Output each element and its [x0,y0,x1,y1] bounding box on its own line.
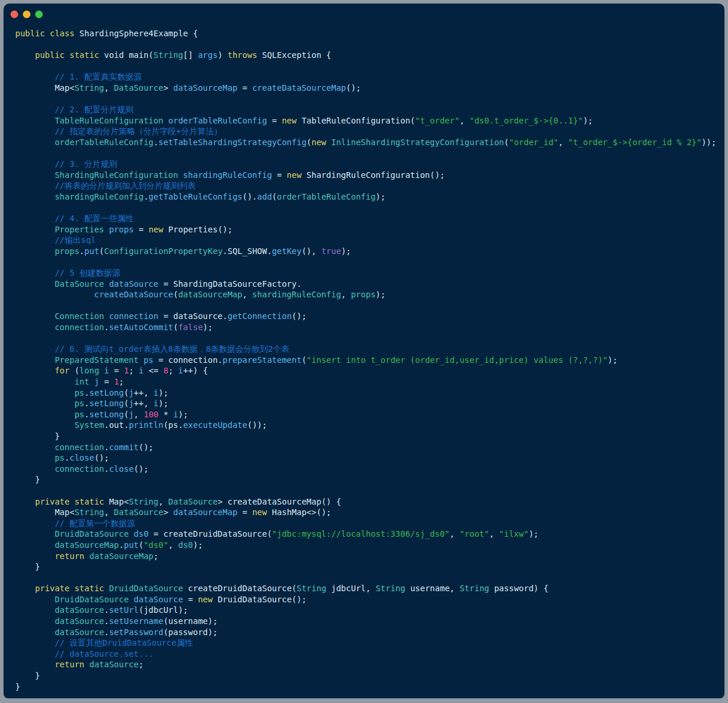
code-token: ds0 [178,540,193,550]
code-line: //将表的分片规则加入到分片规则列表 [15,180,724,191]
code-line: } [15,561,724,572]
code-token: setAutoCommit [109,323,173,332]
code-token [70,584,74,593]
code-token [15,399,74,408]
code-token: TableRuleConfiguration [54,116,163,125]
code-token: ( [173,290,178,299]
code-token: ); [375,290,385,299]
code-token: String [375,584,405,593]
code-token: String [297,584,327,593]
code-token: public [15,29,45,38]
code-token: true [322,246,341,256]
code-token: shardingRuleConfig [252,290,341,299]
string-token: "root" [460,529,490,539]
code-token: ); [583,116,593,125]
code-token: HashMap<>(); [267,507,331,517]
code-line: dataSource.setPassword(password); [15,627,724,638]
code-token: put [84,246,99,256]
code-token: ); [203,323,213,332]
code-token [15,50,35,60]
code-token: , [489,529,499,539]
code-line: PreparedStatement ps = connection.prepar… [15,355,724,366]
code-token: props [109,225,134,234]
code-token: = [109,366,124,375]
code-token: ( [504,138,509,147]
code-line: DataSource dataSource = ShardingDataSour… [15,279,724,290]
code-token: InlineShardingStrategyConfiguration [331,138,504,147]
code-token: static [74,584,104,593]
code-token [15,649,54,659]
code-line: // 设置其他DruidDataSource属性 [15,637,724,649]
code-token [15,420,74,430]
code-token: .SQL_SHOW. [223,246,272,256]
code-token: private [35,584,70,593]
code-token: ConfigurationPropertyKey [104,246,223,256]
code-token: , [242,290,252,299]
code-line: ps.setLong(j++, i); [15,387,724,399]
code-line [15,572,724,584]
code-line: props.put(ConfigurationPropertyKey.SQL_S… [15,246,724,257]
code-token: = [183,595,198,604]
code-token: ++, [134,388,153,397]
code-token: dataSourceMap [178,290,242,299]
code-token: put [124,540,138,550]
comment-token: // 2. 配置分片规则 [54,105,134,114]
code-token: println [129,420,163,430]
comment-token: //将表的分片规则加入到分片规则列表 [54,181,196,190]
code-token: setUsername [109,616,163,626]
code-token: . [104,443,109,452]
code-token: dataSourceMap [173,83,238,92]
code-line: ps.setLong(j++, i); [15,398,724,409]
code-token: dataSourceMap [54,540,119,550]
minimize-button[interactable] [23,11,30,18]
code-token: Map< [15,83,74,92]
code-token [15,192,54,201]
code-token: add [257,192,272,201]
code-token [15,344,54,354]
zoom-button[interactable] [35,11,43,18]
code-line: // 4. 配置一些属性 [15,213,724,224]
string-token: "t_order_$->{order_id % 2}" [568,138,702,147]
close-button[interactable] [11,11,18,18]
code-token: ); [159,399,169,408]
code-token [15,279,54,289]
code-line: public static void main(String[] args) t… [15,50,724,61]
code-token: return [54,660,84,669]
code-token: String [74,507,104,517]
comment-token: // dataSource.set... [54,649,153,659]
code-token: DataSource [114,507,163,517]
code-token: DruidDataSource(); [213,595,306,604]
code-token: ); [375,192,385,201]
string-token: "insert into t_order (order_id,user_id,p… [306,355,607,365]
code-line: // 5 创建数据源 [15,268,724,279]
code-line: Properties props = new Properties(); [15,224,724,235]
code-token [45,29,50,38]
code-token: )); [702,138,716,147]
code-token: close [70,453,94,462]
code-token: ( [173,323,178,332]
code-token: , [104,507,114,517]
code-token [15,170,54,180]
code-token: long [80,366,100,375]
code-token [15,72,54,81]
code-token: ( [99,246,104,256]
code-editor-window: public class ShardingSphere4Example { pu… [4,4,724,698]
code-token: DataSource [114,83,163,92]
code-token: } [15,562,40,571]
code-line: TableRuleConfiguration orderTableRuleCon… [15,115,724,126]
code-area: public class ShardingSphere4Example { pu… [4,28,724,698]
code-token [326,138,331,147]
code-line: Map<String, DataSource> dataSourceMap = … [15,83,724,94]
code-token: ps [74,410,84,419]
string-token: "jdbc:mysql://localhost:3306/sj_ds0" [272,529,449,539]
code-token: , [460,116,470,125]
code-token: int [74,377,89,386]
code-token [15,268,54,277]
code-token [15,605,54,615]
code-line: shardingRuleConfig.getTableRuleConfigs()… [15,191,724,203]
code-token: 100 [143,410,158,419]
code-token [104,311,109,321]
code-token [104,279,109,289]
code-token: jdbcUrl, [326,584,375,593]
code-token: new [149,225,163,234]
